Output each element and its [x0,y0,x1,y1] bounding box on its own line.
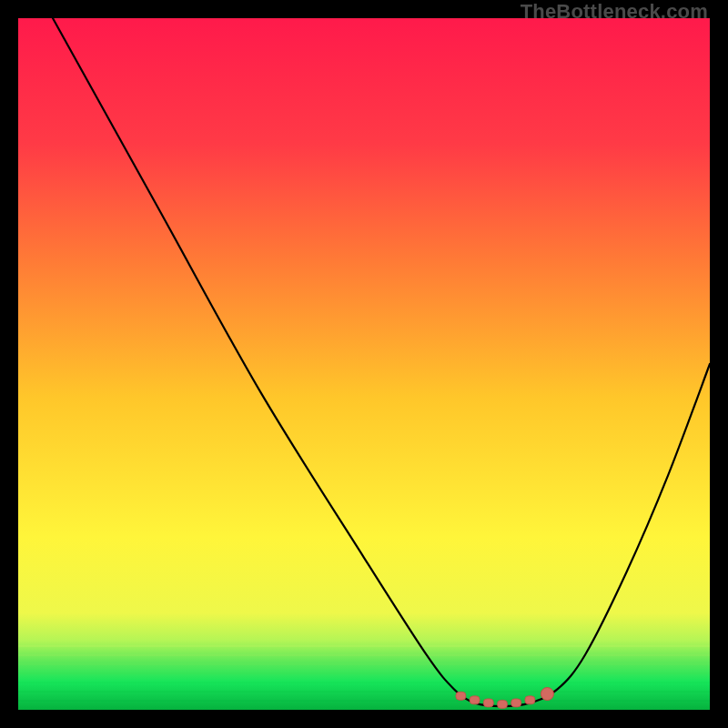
curve-markers [456,688,554,709]
watermark-text: TheBottleneck.com [521,0,708,24]
curve-marker-end [541,688,553,701]
curve-marker [525,696,535,704]
curve-marker [483,699,493,707]
curve-marker [456,692,466,700]
bottleneck-curve [53,18,710,706]
curve-marker [511,699,521,707]
chart-container: TheBottleneck.com [0,0,728,728]
curve-marker [470,696,480,704]
curve-marker [498,700,508,708]
curve-layer [18,18,710,710]
